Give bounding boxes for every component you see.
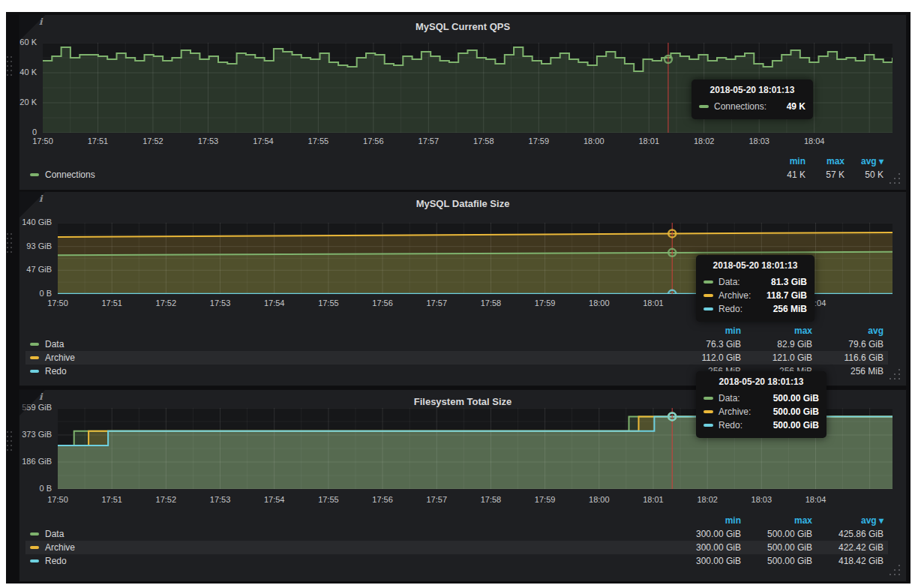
legend-sort-avg[interactable]: avg ▾ bbox=[812, 515, 884, 526]
legend-series-redo[interactable]: Redo bbox=[30, 556, 670, 566]
legend-series-redo[interactable]: Redo bbox=[30, 366, 670, 376]
panel-title[interactable]: MySQL Datafile Size bbox=[20, 198, 906, 209]
legend-series-archive[interactable]: Archive bbox=[30, 352, 670, 363]
x-axis-label: 18:00 bbox=[584, 136, 604, 146]
x-axis-label: 18:01 bbox=[643, 298, 664, 308]
x-axis-label: 17:54 bbox=[264, 298, 285, 308]
legend-stat-value: 300.00 GiB bbox=[670, 542, 741, 553]
tooltip-series-color-icon bbox=[699, 105, 709, 108]
x-axis-label: 18:01 bbox=[643, 495, 664, 504]
legend-sort-max[interactable]: max bbox=[806, 156, 844, 166]
legend-series-color-icon bbox=[30, 370, 39, 373]
x-axis-label: 17:53 bbox=[198, 136, 219, 146]
tooltip-series-row: Redo:256 MiB bbox=[704, 302, 807, 316]
tooltip-series-color-icon bbox=[704, 280, 713, 284]
legend-series-color-icon bbox=[30, 546, 39, 549]
legend-series-label: Redo bbox=[45, 556, 67, 566]
tooltip-series-label: Data: bbox=[718, 393, 740, 404]
legend-sort-min[interactable]: min bbox=[766, 156, 806, 166]
legend-sort-max[interactable]: max bbox=[741, 515, 812, 526]
tooltip-series-label: Archive: bbox=[718, 406, 751, 417]
tooltip-timestamp: 2018-05-20 18:01:13 bbox=[704, 260, 807, 271]
legend-stat-value: 500.00 GiB bbox=[741, 542, 812, 553]
resize-handle-icon[interactable] bbox=[898, 574, 900, 575]
legend-series-archive[interactable]: Archive bbox=[30, 542, 670, 553]
legend-sort-avg[interactable]: avg bbox=[812, 326, 884, 336]
drag-handle-icon[interactable] bbox=[7, 233, 8, 235]
panel-mysql-current-qps: i MySQL Current QPS minmaxavg ▾Connectio… bbox=[20, 15, 906, 190]
x-axis-label: 17:52 bbox=[156, 298, 177, 308]
tooltip-series-color-icon bbox=[704, 397, 713, 400]
drag-handle-icon[interactable] bbox=[7, 431, 8, 433]
y-axis-label: 40 K bbox=[20, 68, 37, 76]
tooltip-series-label: Data: bbox=[718, 277, 740, 287]
legend-series-color-icon bbox=[30, 343, 39, 346]
y-axis-label: 140 GiB bbox=[20, 218, 52, 226]
legend-stat-value: 418.42 GiB bbox=[812, 556, 884, 566]
x-axis-label: 18:02 bbox=[694, 136, 715, 146]
x-axis-label: 17:51 bbox=[101, 298, 122, 308]
y-axis-label: 186 GiB bbox=[20, 457, 52, 466]
legend-sort-max[interactable]: max bbox=[741, 326, 812, 336]
legend-sort-min[interactable]: min bbox=[670, 515, 741, 526]
y-axis-label: 20 K bbox=[20, 98, 37, 106]
legend-series-color-icon bbox=[30, 560, 39, 562]
x-axis-label: 17:59 bbox=[535, 298, 556, 308]
grafana-dashboard: i MySQL Current QPS minmaxavg ▾Connectio… bbox=[0, 0, 918, 588]
panel-filesystem-total-size: i Filesystem Total Size minmaxavg ▾Data3… bbox=[20, 390, 906, 581]
x-axis-label: 17:56 bbox=[372, 495, 393, 504]
tooltip-series-row: Connections:49 K bbox=[699, 100, 806, 113]
legend-series-color-icon bbox=[30, 173, 39, 176]
tooltip-series-value: 49 K bbox=[787, 101, 806, 112]
x-axis-label: 17:55 bbox=[318, 495, 339, 504]
legend-header-row: minmaxavg ▾ bbox=[26, 154, 888, 168]
x-axis-label: 18:03 bbox=[748, 136, 770, 146]
legend: minmaxavg ▾Data300.00 GiB500.00 GiB425.8… bbox=[26, 514, 888, 568]
x-axis-label: 17:57 bbox=[426, 495, 447, 504]
legend-sort-avg[interactable]: avg ▾ bbox=[844, 156, 884, 166]
panel-title[interactable]: MySQL Current QPS bbox=[20, 21, 906, 32]
tooltip-series-row: Data:81.3 GiB bbox=[704, 275, 807, 289]
legend-stat-value: 57 K bbox=[806, 170, 844, 180]
legend-row: Data76.3 GiB82.9 GiB79.6 GiB bbox=[26, 338, 888, 351]
x-axis-label: 17:57 bbox=[426, 298, 447, 308]
x-axis-label: 17:56 bbox=[372, 298, 393, 308]
drag-handle-icon[interactable] bbox=[7, 56, 8, 58]
tooltip-series-row: Archive:118.7 GiB bbox=[704, 289, 807, 302]
x-axis-label: 18:01 bbox=[638, 136, 659, 146]
legend-row: Redo300.00 GiB500.00 GiB418.42 GiB bbox=[26, 554, 888, 568]
x-axis-label: 17:53 bbox=[210, 495, 231, 504]
x-axis-label: 17:55 bbox=[318, 298, 339, 308]
tooltip-series-value: 118.7 GiB bbox=[766, 290, 807, 301]
x-axis-label: 17:54 bbox=[253, 136, 274, 146]
tooltip-series-color-icon bbox=[704, 424, 713, 427]
legend-series-data[interactable]: Data bbox=[30, 529, 670, 539]
legend-series-label: Redo bbox=[45, 366, 67, 376]
legend-stat-value: 300.00 GiB bbox=[670, 529, 741, 539]
legend-stat-value: 500.00 GiB bbox=[741, 556, 812, 566]
tooltip-timestamp: 2018-05-20 18:01:13 bbox=[699, 85, 806, 95]
x-axis-label: 17:58 bbox=[473, 136, 494, 146]
legend-row: Data300.00 GiB500.00 GiB425.86 GiB bbox=[26, 527, 888, 541]
tooltip-series-color-icon bbox=[704, 410, 713, 413]
legend-row: Connections41 K57 K50 K bbox=[26, 168, 888, 182]
legend-row: Archive112.0 GiB121.0 GiB116.6 GiB bbox=[26, 351, 888, 364]
resize-handle-icon[interactable] bbox=[898, 182, 900, 184]
tooltip-series-value: 81.3 GiB bbox=[771, 277, 807, 287]
x-axis-label: 18:00 bbox=[589, 495, 610, 504]
legend-header-row: minmaxavg bbox=[26, 324, 888, 338]
y-axis-label: 0 bbox=[20, 128, 37, 136]
legend-series-connections[interactable]: Connections bbox=[30, 170, 766, 180]
x-axis-label: 17:52 bbox=[142, 136, 164, 146]
resize-handle-icon[interactable] bbox=[898, 378, 900, 380]
legend-sort-min[interactable]: min bbox=[670, 326, 741, 336]
x-axis-label: 17:58 bbox=[481, 298, 502, 308]
legend-series-data[interactable]: Data bbox=[30, 339, 670, 350]
legend-series-label: Connections bbox=[45, 170, 95, 180]
x-axis-label: 18:04 bbox=[806, 495, 826, 504]
legend-header-row: minmaxavg ▾ bbox=[26, 514, 888, 527]
x-axis-label: 18:02 bbox=[697, 495, 718, 504]
tooltip-series-label: Redo: bbox=[718, 420, 742, 430]
legend-stat-value: 79.6 GiB bbox=[812, 339, 884, 350]
x-axis-label: 17:50 bbox=[32, 136, 53, 146]
